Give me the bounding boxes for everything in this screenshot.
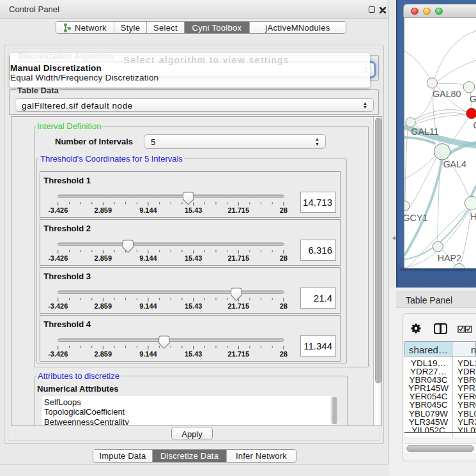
svg-text:C: C [473,120,476,130]
svg-text:HAP2: HAP2 [438,253,461,263]
svg-text:GA: GA [470,94,476,104]
svg-text:Threshold 1: Threshold 1 [43,176,91,185]
svg-text:GCY1: GCY1 [404,213,427,223]
svg-text:H: H [470,211,476,222]
svg-text:Threshold 2: Threshold 2 [43,224,91,233]
svg-text:Threshold 3: Threshold 3 [43,272,91,281]
svg-text:GAL11: GAL11 [411,127,438,137]
svg-text:GAL80: GAL80 [433,89,461,99]
svg-text:GAL4: GAL4 [443,159,467,169]
svg-text:Threshold 4: Threshold 4 [43,319,91,329]
